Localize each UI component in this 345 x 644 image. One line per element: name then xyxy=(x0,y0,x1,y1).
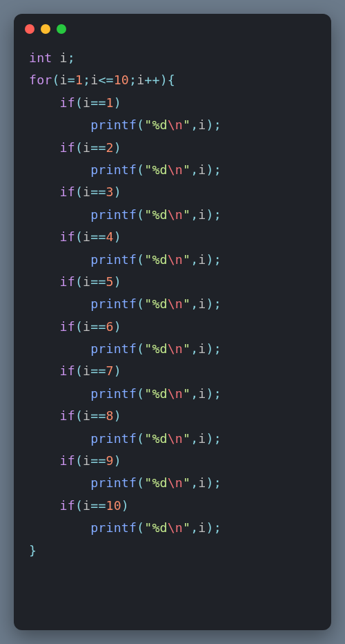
minimize-icon[interactable] xyxy=(41,24,50,34)
code-area: int i; for(i=1;i<=10;i++){ if(i==1) prin… xyxy=(14,44,331,576)
close-icon[interactable] xyxy=(25,24,34,34)
zoom-icon[interactable] xyxy=(57,24,66,34)
titlebar xyxy=(14,14,331,44)
code-window: int i; for(i=1;i<=10;i++){ if(i==1) prin… xyxy=(14,14,331,630)
